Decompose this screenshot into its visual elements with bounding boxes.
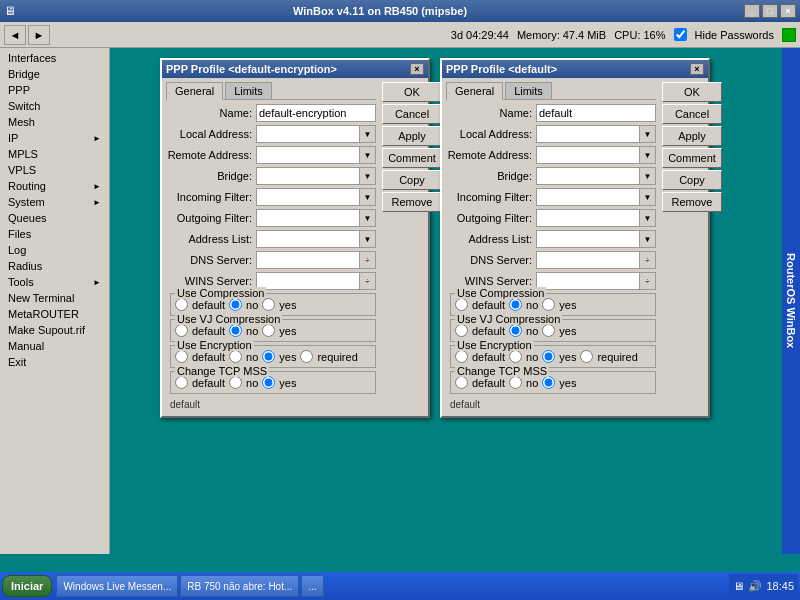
dialog2-local-address-select[interactable]: ▼ xyxy=(536,125,656,143)
dialog1-incoming-filter-select[interactable]: ▼ xyxy=(256,188,376,206)
dialog1-compression-default-radio[interactable] xyxy=(175,298,188,311)
dropdown-icon: ▼ xyxy=(359,210,375,226)
dialog1-remove-button[interactable]: Remove xyxy=(382,192,442,212)
dialog1-encryption-no-radio[interactable] xyxy=(229,350,242,363)
sidebar-item-exit[interactable]: Exit xyxy=(0,354,109,370)
dialog2-compression-no-radio[interactable] xyxy=(509,298,522,311)
sidebar-item-log[interactable]: Log xyxy=(0,242,109,258)
minimize-button[interactable]: _ xyxy=(744,4,760,18)
dialog1-copy-button[interactable]: Copy xyxy=(382,170,442,190)
app-icon: 🖥 xyxy=(4,4,16,18)
dialog1-remote-address-select[interactable]: ▼ xyxy=(256,146,376,164)
dialog2-apply-button[interactable]: Apply xyxy=(662,126,722,146)
sidebar-item-interfaces[interactable]: Interfaces xyxy=(0,50,109,66)
dialog2-dns-server-select[interactable]: ÷ xyxy=(536,251,656,269)
dialog2-tab-limits[interactable]: Limits xyxy=(505,82,552,99)
dialog2-ok-button[interactable]: OK xyxy=(662,82,722,102)
taskbar-item-2[interactable]: ... xyxy=(301,575,323,597)
dialog2-comment-button[interactable]: Comment xyxy=(662,148,722,168)
taskbar-item-1[interactable]: RB 750 não abre: Hot... xyxy=(180,575,299,597)
dialog2-name-input[interactable] xyxy=(536,104,656,122)
dialog2-title[interactable]: PPP Profile <default> × xyxy=(442,60,708,78)
dialog2-encryption-required-radio[interactable] xyxy=(580,350,593,363)
dialog2-encryption-yes-radio[interactable] xyxy=(542,350,555,363)
dialog2-buttons: OK Cancel Apply Comment Copy Remove xyxy=(660,78,724,416)
sidebar-item-mesh[interactable]: Mesh xyxy=(0,114,109,130)
dialog2-close-button[interactable]: × xyxy=(690,63,704,75)
taskbar-item-0[interactable]: Windows Live Messen... xyxy=(56,575,178,597)
sidebar-item-vpls[interactable]: VPLS xyxy=(0,162,109,178)
dialog1-cancel-button[interactable]: Cancel xyxy=(382,104,442,124)
forward-button[interactable]: ► xyxy=(28,25,50,45)
dialog2-tab-general[interactable]: General xyxy=(446,82,503,100)
dialog1-encryption-yes-radio[interactable] xyxy=(262,350,275,363)
dialog2-encryption-default-radio[interactable] xyxy=(455,350,468,363)
dialog1-tcp-mss-no-radio[interactable] xyxy=(229,376,242,389)
dialog1-local-address-select[interactable]: ▼ xyxy=(256,125,376,143)
dialog1-tcp-mss-default-radio[interactable] xyxy=(175,376,188,389)
sidebar-item-tools[interactable]: Tools ► xyxy=(0,274,109,290)
dialog1-compression-no-radio[interactable] xyxy=(229,298,242,311)
dialog1-apply-button[interactable]: Apply xyxy=(382,126,442,146)
dialog1-vj-compression-yes-radio[interactable] xyxy=(262,324,275,337)
dialog2-remove-button[interactable]: Remove xyxy=(662,192,722,212)
dialog2-tcp-mss-radios: default no yes xyxy=(455,376,651,389)
dialog2-vj-compression-default-radio[interactable] xyxy=(455,324,468,337)
dialog2-compression-yes-radio[interactable] xyxy=(542,298,555,311)
maximize-button[interactable]: □ xyxy=(762,4,778,18)
dialog1-outgoing-filter-select[interactable]: ▼ xyxy=(256,209,376,227)
dialog2-copy-button[interactable]: Copy xyxy=(662,170,722,190)
close-button[interactable]: × xyxy=(780,4,796,18)
dialog2-tcp-mss-no-radio[interactable] xyxy=(509,376,522,389)
dialog1-title[interactable]: PPP Profile <default-encryption> × xyxy=(162,60,428,78)
sidebar-item-bridge[interactable]: Bridge xyxy=(0,66,109,82)
sidebar-item-ip[interactable]: IP ► xyxy=(0,130,109,146)
dialog1-encryption-required-radio[interactable] xyxy=(300,350,313,363)
sidebar-item-switch[interactable]: Switch xyxy=(0,98,109,114)
dialog2-incoming-filter-select[interactable]: ▼ xyxy=(536,188,656,206)
dialog1-dns-server-select[interactable]: ÷ xyxy=(256,251,376,269)
back-button[interactable]: ◄ xyxy=(4,25,26,45)
sidebar-item-files[interactable]: Files xyxy=(0,226,109,242)
sidebar-item-new-terminal[interactable]: New Terminal xyxy=(0,290,109,306)
dialog1-vj-compression-no-radio[interactable] xyxy=(229,324,242,337)
sidebar-item-make-supout[interactable]: Make Supout.rif xyxy=(0,322,109,338)
sidebar-item-ppp[interactable]: PPP xyxy=(0,82,109,98)
dialog2-compression-default-radio[interactable] xyxy=(455,298,468,311)
dialog1-comment-button[interactable]: Comment xyxy=(382,148,442,168)
sidebar-item-radius[interactable]: Radius xyxy=(0,258,109,274)
dialog1-bridge-select[interactable]: ▼ xyxy=(256,167,376,185)
sidebar-item-routing[interactable]: Routing ► xyxy=(0,178,109,194)
sidebar-item-mpls[interactable]: MPLS xyxy=(0,146,109,162)
dialog2-tcp-mss-default-radio[interactable] xyxy=(455,376,468,389)
dialog2-encryption-no-radio[interactable] xyxy=(509,350,522,363)
dialog2-address-list-select[interactable]: ▼ xyxy=(536,230,656,248)
dialog1-tcp-mss-yes-radio[interactable] xyxy=(262,376,275,389)
start-button[interactable]: Iniciar xyxy=(2,575,52,597)
dialog2-vj-compression-yes-radio[interactable] xyxy=(542,324,555,337)
dialog2-cancel-button[interactable]: Cancel xyxy=(662,104,722,124)
dialog1-encryption-default-radio[interactable] xyxy=(175,350,188,363)
dialog2-remote-address-select[interactable]: ▼ xyxy=(536,146,656,164)
dialog2-tcp-mss-yes-radio[interactable] xyxy=(542,376,555,389)
sidebar-item-queues[interactable]: Queues xyxy=(0,210,109,226)
dialog1-ok-button[interactable]: OK xyxy=(382,82,442,102)
dialog2-outgoing-filter-select[interactable]: ▼ xyxy=(536,209,656,227)
dialog1-name-input[interactable] xyxy=(256,104,376,122)
dialog1-tab-limits[interactable]: Limits xyxy=(225,82,272,99)
dialog2-local-address-label: Local Address: xyxy=(446,128,536,140)
dialog1-close-button[interactable]: × xyxy=(410,63,424,75)
dialog2-vj-compression-no-radio[interactable] xyxy=(509,324,522,337)
sidebar-item-manual[interactable]: Manual xyxy=(0,338,109,354)
hide-passwords-checkbox[interactable] xyxy=(674,28,687,41)
dialog1-address-list-select[interactable]: ▼ xyxy=(256,230,376,248)
dialog1-compression-yes-radio[interactable] xyxy=(262,298,275,311)
taskbar-items: Windows Live Messen... RB 750 não abre: … xyxy=(56,575,725,597)
dialog2-bridge-select[interactable]: ▼ xyxy=(536,167,656,185)
sidebar-item-metarouter[interactable]: MetaROUTER xyxy=(0,306,109,322)
dialog1-tab-general[interactable]: General xyxy=(166,82,223,100)
sidebar-item-system[interactable]: System ► xyxy=(0,194,109,210)
dialog1-vj-compression-default-radio[interactable] xyxy=(175,324,188,337)
dialog2-wins-server-select[interactable]: ÷ xyxy=(536,272,656,290)
dialog1-wins-server-select[interactable]: ÷ xyxy=(256,272,376,290)
